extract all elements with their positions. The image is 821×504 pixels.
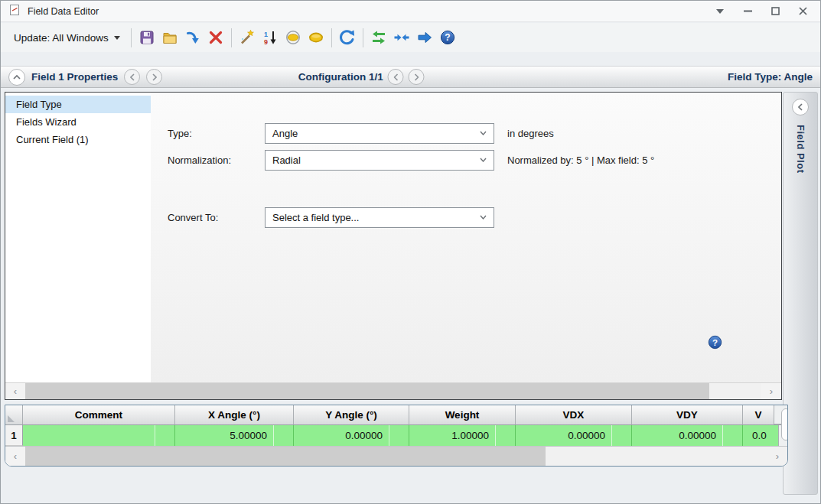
- grid-h-scrollbar[interactable]: ‹ ›: [5, 446, 787, 466]
- properties-body: Field Type Fields Wizard Current Field (…: [5, 93, 781, 382]
- type-label: Type:: [168, 128, 265, 139]
- type-select-value: Angle: [272, 128, 298, 139]
- column-header-vdx[interactable]: VDX: [516, 405, 632, 424]
- app-icon: [8, 4, 21, 18]
- undo-icon[interactable]: [336, 27, 359, 48]
- window-controls: [710, 3, 813, 20]
- scroll-left-icon[interactable]: ‹: [5, 447, 25, 466]
- config-next-icon[interactable]: [409, 69, 425, 85]
- cell-weight[interactable]: 1.00000: [409, 425, 516, 446]
- window-menu-caret-icon[interactable]: [710, 3, 730, 20]
- grid-h-scrollbar-track[interactable]: [546, 447, 767, 466]
- grid-v-scrollbar[interactable]: [778, 425, 788, 446]
- chevron-down-icon: [480, 158, 487, 162]
- save-icon[interactable]: [135, 27, 158, 48]
- column-header-vdy[interactable]: VDY: [632, 405, 743, 424]
- expand-field-plot-icon[interactable]: [792, 99, 809, 115]
- panel-h-scrollbar-thumb[interactable]: [25, 383, 709, 399]
- update-all-windows-button[interactable]: Update: All Windows: [7, 29, 127, 47]
- grid-select-all-corner[interactable]: [5, 405, 23, 424]
- row-number-cell[interactable]: 1: [5, 425, 23, 446]
- update-button-label: Update: All Windows: [14, 32, 109, 44]
- scroll-right-icon[interactable]: ›: [761, 383, 781, 399]
- sidebar-item-current-field[interactable]: Current Field (1): [5, 131, 151, 148]
- forward-icon[interactable]: [413, 27, 436, 48]
- vignetting-outline-icon[interactable]: [282, 27, 305, 48]
- wizard-icon[interactable]: [236, 27, 259, 48]
- open-folder-icon[interactable]: [158, 27, 181, 48]
- properties-section-title: Field 1 Properties: [31, 71, 118, 83]
- normalization-select[interactable]: Radial: [265, 150, 494, 171]
- window-title: Field Data Editor: [28, 6, 99, 17]
- table-row: 1 5.00000 0.00000 1.00000 0.00000 0.0000…: [5, 425, 787, 446]
- grid-header-row: Comment X Angle (°) Y Angle (°) Weight V…: [5, 405, 787, 425]
- properties-sidebar: Field Type Fields Wizard Current Field (…: [5, 93, 151, 382]
- collapse-properties-icon[interactable]: [8, 69, 25, 86]
- scroll-right-icon[interactable]: ›: [767, 447, 787, 466]
- chevron-down-icon: [480, 215, 487, 219]
- cell-vdx[interactable]: 0.00000: [516, 425, 632, 446]
- field-next-icon[interactable]: [146, 69, 162, 85]
- grid-v-scrollbar-thumb[interactable]: [781, 408, 789, 441]
- panel-h-scrollbar[interactable]: ‹ ›: [5, 382, 781, 399]
- sort-fields-icon[interactable]: 19: [259, 27, 282, 48]
- cell-y-angle[interactable]: 0.00000: [294, 425, 409, 446]
- svg-text:?: ?: [445, 32, 450, 43]
- cell-vdy[interactable]: 0.00000: [632, 425, 743, 446]
- config-prev-icon[interactable]: [388, 69, 404, 85]
- sidebar-item-field-type[interactable]: Field Type: [5, 96, 151, 113]
- svg-text:?: ?: [712, 338, 718, 347]
- title-bar: Field Data Editor: [1, 1, 820, 22]
- cell-cut[interactable]: 0.0: [743, 425, 778, 446]
- properties-bar: Field 1 Properties Configuration 1/1 Fie…: [1, 66, 820, 88]
- normalization-label: Normalization:: [168, 154, 265, 166]
- field-data-grid: Comment X Angle (°) Y Angle (°) Weight V…: [5, 405, 788, 467]
- properties-left-group: Field 1 Properties: [8, 69, 162, 86]
- convert-to-select[interactable]: Select a field type...: [265, 207, 494, 228]
- column-header-cut[interactable]: V: [743, 405, 774, 424]
- toolbar-separator: [231, 28, 232, 47]
- vignetting-solid-icon[interactable]: [305, 27, 327, 48]
- normalization-select-value: Radial: [272, 154, 301, 166]
- delete-icon[interactable]: [204, 27, 227, 48]
- cell-comment[interactable]: [23, 425, 175, 446]
- column-header-comment[interactable]: Comment: [23, 405, 175, 424]
- toolbar-separator: [363, 28, 363, 47]
- field-data-editor-window: Field Data Editor Update: All Windows: [0, 0, 821, 504]
- chevron-down-icon: [480, 131, 487, 135]
- caret-down-icon: [114, 36, 120, 40]
- converge-arrows-icon[interactable]: [390, 27, 413, 48]
- help-icon[interactable]: ?: [707, 334, 723, 350]
- scroll-left-icon[interactable]: ‹: [5, 383, 25, 399]
- panel-h-scrollbar-track[interactable]: [709, 383, 761, 399]
- configuration-label: Configuration 1/1: [298, 71, 383, 83]
- insert-icon[interactable]: [181, 27, 204, 48]
- properties-panel: Field Type Fields Wizard Current Field (…: [5, 92, 782, 400]
- maximize-icon[interactable]: [765, 3, 785, 20]
- help-icon[interactable]: ?: [436, 27, 459, 48]
- minimize-icon[interactable]: [738, 3, 757, 20]
- type-select[interactable]: Angle: [265, 123, 494, 144]
- normalization-info-text: Normalized by: 5 ° | Max field: 5 °: [507, 154, 654, 166]
- field-prev-icon[interactable]: [124, 69, 140, 85]
- configuration-group: Configuration 1/1: [298, 69, 425, 85]
- convert-to-select-value: Select a field type...: [272, 212, 359, 223]
- swap-icon[interactable]: [367, 27, 390, 48]
- convert-to-label: Convert To:: [168, 212, 265, 223]
- toolbar-separator: [331, 28, 332, 47]
- column-header-x-angle[interactable]: X Angle (°): [175, 405, 294, 424]
- close-icon[interactable]: [793, 3, 813, 20]
- type-row: Type: Angle in degrees: [168, 122, 554, 144]
- sidebar-item-fields-wizard[interactable]: Fields Wizard: [5, 113, 151, 131]
- corner-triangle-icon: [8, 415, 15, 422]
- column-header-y-angle[interactable]: Y Angle (°): [294, 405, 409, 424]
- grid-h-scrollbar-thumb[interactable]: [25, 447, 546, 466]
- toolbar-separator: [131, 28, 132, 47]
- field-type-status: Field Type: Angle: [728, 71, 813, 83]
- svg-text:9: 9: [264, 38, 268, 46]
- toolbar: Update: All Windows 19: [1, 23, 820, 52]
- type-units-text: in degrees: [507, 128, 554, 139]
- column-header-weight[interactable]: Weight: [409, 405, 516, 424]
- cell-x-angle[interactable]: 5.00000: [175, 425, 294, 446]
- tab-field-plot[interactable]: Field Plot: [795, 125, 806, 174]
